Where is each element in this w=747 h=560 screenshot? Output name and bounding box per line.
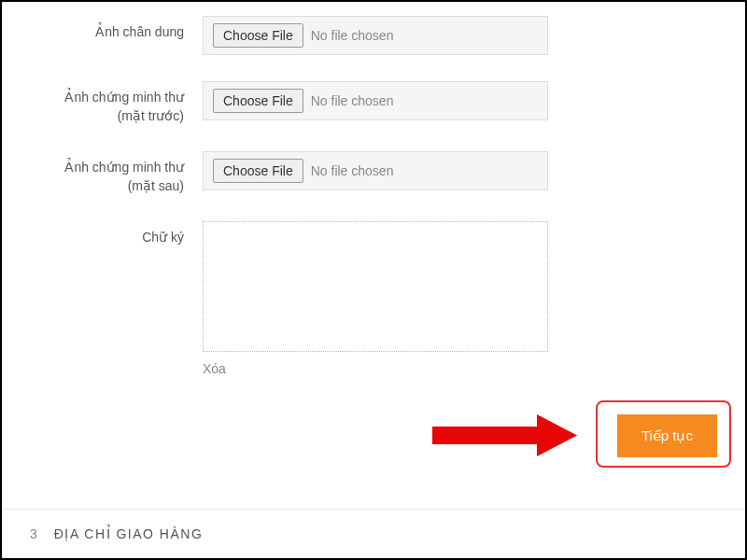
id-front-row: Ảnh chứng minh thư (mặt trước) Choose Fi…: [21, 81, 726, 125]
signature-control: Xóa: [203, 221, 548, 377]
section-footer: 3 ĐỊA CHỈ GIAO HÀNG: [2, 509, 745, 558]
id-back-label: Ảnh chứng minh thư (mặt sau): [21, 151, 203, 195]
id-back-control: Choose File No file chosen: [203, 151, 548, 190]
portrait-control: Choose File No file chosen: [203, 16, 548, 55]
id-back-choose-button[interactable]: Choose File: [213, 159, 303, 183]
id-back-label-line1: Ảnh chứng minh thư: [64, 160, 184, 175]
signature-row: Chữ ký Xóa: [21, 221, 726, 377]
signature-clear-link[interactable]: Xóa: [203, 361, 226, 376]
arrow-annotation-icon: [432, 414, 582, 456]
id-back-row: Ảnh chứng minh thư (mặt sau) Choose File…: [21, 151, 726, 195]
continue-button[interactable]: Tiếp tục: [617, 414, 717, 457]
portrait-file-status: No file chosen: [311, 28, 394, 43]
section-number: 3: [30, 526, 37, 541]
id-front-file-status: No file chosen: [311, 93, 394, 108]
signature-label: Chữ ký: [21, 221, 203, 247]
portrait-choose-button[interactable]: Choose File: [213, 23, 303, 48]
id-front-label-line2: (mặt trước): [118, 108, 184, 123]
id-front-file-input[interactable]: Choose File No file chosen: [203, 81, 548, 120]
form-container: Ảnh chân dung Choose File No file chosen…: [2, 2, 745, 377]
id-front-control: Choose File No file chosen: [203, 81, 548, 120]
id-back-label-line2: (mặt sau): [128, 178, 184, 193]
portrait-row: Ảnh chân dung Choose File No file chosen: [21, 16, 726, 55]
section-title: ĐỊA CHỈ GIAO HÀNG: [54, 526, 204, 541]
portrait-file-input[interactable]: Choose File No file chosen: [203, 16, 548, 55]
id-back-file-status: No file chosen: [311, 163, 394, 178]
button-row: Tiếp tục: [2, 386, 745, 476]
signature-canvas[interactable]: [203, 221, 548, 352]
id-front-label-line1: Ảnh chứng minh thư: [64, 90, 184, 105]
svg-rect-0: [432, 427, 540, 444]
svg-marker-1: [537, 414, 577, 456]
id-front-label: Ảnh chứng minh thư (mặt trước): [21, 81, 203, 125]
id-back-file-input[interactable]: Choose File No file chosen: [203, 151, 548, 190]
id-front-choose-button[interactable]: Choose File: [213, 89, 303, 113]
portrait-label: Ảnh chân dung: [21, 16, 203, 42]
